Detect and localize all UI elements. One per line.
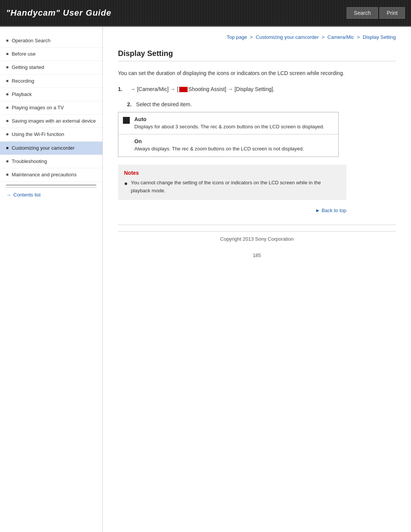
step-1-number: 1. bbox=[118, 85, 127, 93]
bullet-icon: ■ bbox=[6, 172, 9, 177]
sidebar-item-operation-search[interactable]: ■ Operation Search bbox=[0, 34, 102, 48]
sidebar: ■ Operation Search ■ Before use ■ Gettin… bbox=[0, 27, 103, 532]
step-2: 2. Select the desired item. bbox=[127, 101, 396, 107]
step-2-number: 2. bbox=[127, 101, 132, 107]
sidebar-item-label: Using the Wi-Fi function bbox=[12, 131, 64, 138]
page-number: 185 bbox=[118, 252, 396, 258]
sidebar-item-label: Saving images with an external device bbox=[12, 118, 96, 125]
footer: Copyright 2013 Sony Corporation bbox=[118, 225, 396, 245]
sidebar-item-label: Troubleshooting bbox=[12, 158, 47, 165]
bullet-icon: ■ bbox=[6, 158, 9, 164]
main-content: Top page > Customizing your camcorder > … bbox=[103, 27, 411, 532]
sidebar-item-wifi[interactable]: ■ Using the Wi-Fi function bbox=[0, 128, 102, 141]
header: "Handycam" User Guide Search Print bbox=[0, 0, 411, 27]
bullet-icon: ■ bbox=[6, 64, 9, 70]
setting-name-auto: Auto bbox=[134, 116, 334, 122]
notes-text-1: You cannot change the setting of the ico… bbox=[131, 179, 340, 195]
sidebar-item-maintenance[interactable]: ■ Maintenance and precautions bbox=[0, 168, 102, 182]
back-to-top-arrow: ► bbox=[315, 208, 321, 213]
page-title: Display Setting bbox=[118, 49, 396, 61]
bullet-icon: ■ bbox=[6, 91, 9, 97]
sidebar-item-label: Playback bbox=[12, 91, 32, 98]
setting-desc-auto: Displays for about 3 seconds. The rec & … bbox=[134, 123, 334, 131]
setting-row-auto: Auto Displays for about 3 seconds. The r… bbox=[118, 112, 338, 135]
sidebar-item-label: Getting started bbox=[12, 64, 44, 71]
breadcrumb-display-setting[interactable]: Display Setting bbox=[363, 34, 396, 40]
contents-list-link[interactable]: → Contents list bbox=[0, 190, 102, 200]
setting-desc-on: Always displays. The rec & zoom buttons … bbox=[134, 145, 334, 153]
step-2-content: Select the desired item. bbox=[136, 101, 192, 107]
setting-name-on: On bbox=[134, 138, 334, 144]
bullet-icon: ■ bbox=[6, 51, 9, 57]
back-to-top-link[interactable]: ► Back to top bbox=[315, 208, 346, 213]
search-button[interactable]: Search bbox=[347, 7, 378, 19]
setting-row-on: On Always displays. The rec & zoom butto… bbox=[118, 134, 338, 157]
setting-text-on: On Always displays. The rec & zoom butto… bbox=[134, 138, 334, 153]
bullet-icon: ■ bbox=[6, 145, 9, 151]
contents-list-label: Contents list bbox=[13, 192, 41, 198]
breadcrumb-sep-2: > bbox=[322, 34, 326, 40]
setting-text-auto: Auto Displays for about 3 seconds. The r… bbox=[134, 116, 334, 131]
sidebar-item-label: Recording bbox=[12, 78, 34, 85]
sidebar-item-customizing[interactable]: ■ Customizing your camcorder bbox=[0, 142, 102, 155]
step-1: 1. → [Camera/Mic] → [Shooting Assist] → … bbox=[118, 85, 396, 93]
sidebar-item-label: Maintenance and precautions bbox=[12, 171, 77, 178]
breadcrumb-sep-1: > bbox=[250, 34, 254, 40]
sidebar-item-playback[interactable]: ■ Playback bbox=[0, 88, 102, 101]
setting-icon-auto bbox=[123, 117, 130, 124]
sidebar-item-label: Before use bbox=[12, 51, 36, 58]
sidebar-item-label: Customizing your camcorder bbox=[12, 145, 75, 152]
page-description: You can set the duration of displaying t… bbox=[118, 69, 396, 77]
breadcrumb-customizing[interactable]: Customizing your camcorder bbox=[256, 34, 319, 40]
sidebar-item-troubleshooting[interactable]: ■ Troubleshooting bbox=[0, 155, 102, 168]
notes-title: Notes bbox=[124, 170, 340, 176]
breadcrumb: Top page > Customizing your camcorder > … bbox=[118, 34, 396, 40]
breadcrumb-top[interactable]: Top page bbox=[227, 34, 247, 40]
menu-icon-red bbox=[179, 87, 188, 92]
sidebar-item-playing-images[interactable]: ■ Playing images on a TV bbox=[0, 101, 102, 115]
sidebar-item-label: Operation Search bbox=[12, 37, 51, 44]
bullet-icon: ■ bbox=[6, 78, 9, 84]
notes-item-1: ● You cannot change the setting of the i… bbox=[124, 179, 340, 195]
step-1-content: → [Camera/Mic] → [Shooting Assist] → [Di… bbox=[130, 85, 396, 93]
app-title: "Handycam" User Guide bbox=[6, 8, 112, 18]
notes-bullet-icon: ● bbox=[124, 179, 128, 189]
layout: ■ Operation Search ■ Before use ■ Gettin… bbox=[0, 27, 411, 532]
bullet-icon: ■ bbox=[6, 105, 9, 110]
bullet-icon: ■ bbox=[6, 38, 9, 43]
header-buttons: Search Print bbox=[347, 7, 405, 19]
back-to-top: ► Back to top bbox=[118, 208, 346, 213]
bullet-icon: ■ bbox=[6, 131, 9, 137]
print-button[interactable]: Print bbox=[379, 7, 405, 19]
step-1-text-before: → [Camera/Mic] → [ bbox=[130, 86, 178, 92]
back-to-top-label: Back to top bbox=[322, 208, 346, 213]
bullet-icon: ■ bbox=[6, 118, 9, 124]
step-1-text-after: Shooting Assist] → [Display Setting]. bbox=[188, 86, 274, 92]
sidebar-divider-bottom bbox=[6, 187, 96, 187]
breadcrumb-sep-3: > bbox=[357, 34, 361, 40]
copyright-text: Copyright 2013 Sony Corporation bbox=[220, 236, 294, 242]
sidebar-item-recording[interactable]: ■ Recording bbox=[0, 75, 102, 88]
breadcrumb-camera-mic[interactable]: Camera/Mic bbox=[327, 34, 354, 40]
sidebar-item-getting-started[interactable]: ■ Getting started bbox=[0, 61, 102, 74]
sidebar-item-saving-images[interactable]: ■ Saving images with an external device bbox=[0, 115, 102, 128]
arrow-right-icon: → bbox=[6, 192, 11, 198]
sidebar-item-label: Playing images on a TV bbox=[12, 104, 64, 111]
notes-box: Notes ● You cannot change the setting of… bbox=[118, 165, 346, 200]
sidebar-item-before-use[interactable]: ■ Before use bbox=[0, 48, 102, 61]
settings-table: Auto Displays for about 3 seconds. The r… bbox=[118, 112, 339, 157]
sidebar-divider-top bbox=[6, 185, 96, 185]
